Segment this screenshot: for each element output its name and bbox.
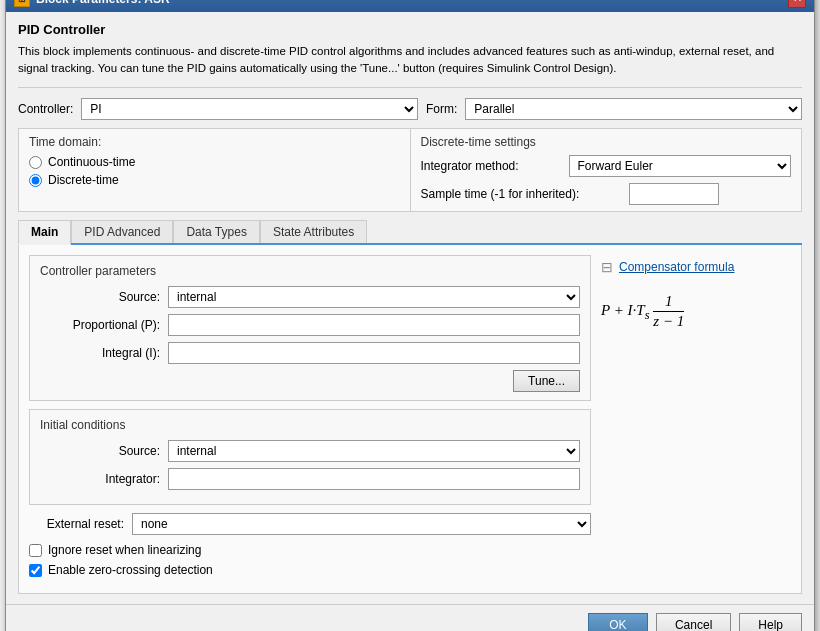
dialog-body: PID Controller This block implements con… bbox=[6, 12, 814, 605]
title-bar: ⊞ Block Parameters: ASR ✕ bbox=[6, 0, 814, 12]
ic-source-label: Source: bbox=[40, 444, 160, 458]
ext-reset-label: External reset: bbox=[29, 517, 124, 531]
description-text: This block implements continuous- and di… bbox=[18, 43, 802, 89]
continuous-radio[interactable] bbox=[29, 156, 42, 169]
section-title: PID Controller bbox=[18, 22, 802, 37]
discrete-radio[interactable] bbox=[29, 174, 42, 187]
formula-denominator: z − 1 bbox=[653, 313, 684, 330]
proportional-row: Proportional (P): 0.006 bbox=[40, 314, 580, 336]
formula-bar bbox=[653, 311, 684, 312]
ext-reset-select[interactable]: none rising falling either level bbox=[132, 513, 591, 535]
continuous-label: Continuous-time bbox=[48, 155, 135, 169]
source-row: Source: internal external bbox=[40, 286, 580, 308]
zero-crossing-checkbox[interactable] bbox=[29, 564, 42, 577]
right-col: Discrete-time settings Integrator method… bbox=[411, 128, 803, 212]
tune-button[interactable]: Tune... bbox=[513, 370, 580, 392]
controller-params-title: Controller parameters bbox=[40, 264, 580, 278]
compensator-row: ⊟ Compensator formula bbox=[601, 259, 734, 275]
title-text: Block Parameters: ASR bbox=[36, 0, 170, 6]
cancel-button[interactable]: Cancel bbox=[656, 613, 731, 631]
sample-time-row: Sample time (-1 for inherited): 0.0002 bbox=[421, 183, 792, 205]
integrator-label: Integrator: bbox=[40, 472, 160, 486]
title-bar-left: ⊞ Block Parameters: ASR bbox=[14, 0, 170, 7]
main-tab-left: Controller parameters Source: internal e… bbox=[29, 255, 591, 583]
integrator-method-label: Integrator method: bbox=[421, 159, 561, 173]
initial-conditions-box: Initial conditions Source: internal exte… bbox=[29, 409, 591, 505]
integrator-input[interactable]: 0 bbox=[168, 468, 580, 490]
tab-pid-advanced[interactable]: PID Advanced bbox=[71, 220, 173, 243]
title-icon: ⊞ bbox=[14, 0, 30, 7]
zero-crossing-checkbox-item[interactable]: Enable zero-crossing detection bbox=[29, 563, 591, 577]
form-label: Form: bbox=[426, 102, 457, 116]
tabs: Main PID Advanced Data Types State Attri… bbox=[18, 220, 802, 245]
tab-state-attributes[interactable]: State Attributes bbox=[260, 220, 367, 243]
integrator-row: Integrator: 0 bbox=[40, 468, 580, 490]
integral-label: Integral (I): bbox=[40, 346, 160, 360]
radio-group: Continuous-time Discrete-time bbox=[29, 155, 400, 187]
source-label: Source: bbox=[40, 290, 160, 304]
formula-container: P + I·Ts 1 z − 1 bbox=[601, 293, 684, 330]
time-domain-section: Time domain: Continuous-time Discrete-ti… bbox=[18, 128, 802, 212]
proportional-label: Proportional (P): bbox=[40, 318, 160, 332]
compensator-link[interactable]: Compensator formula bbox=[619, 260, 734, 274]
minus-icon[interactable]: ⊟ bbox=[601, 259, 613, 275]
tune-row: Tune... bbox=[40, 370, 580, 392]
integral-row: Integral (I): 0.003 bbox=[40, 342, 580, 364]
left-col: Time domain: Continuous-time Discrete-ti… bbox=[18, 128, 411, 212]
main-tab-right: ⊟ Compensator formula P + I·Ts 1 z − 1 bbox=[591, 255, 791, 583]
tab-content-main: Controller parameters Source: internal e… bbox=[18, 245, 802, 594]
close-button[interactable]: ✕ bbox=[788, 0, 806, 8]
zero-crossing-label: Enable zero-crossing detection bbox=[48, 563, 213, 577]
source-select[interactable]: internal external bbox=[168, 286, 580, 308]
formula-text: P + I·Ts 1 z − 1 bbox=[601, 293, 684, 330]
help-button[interactable]: Help bbox=[739, 613, 802, 631]
form-select[interactable]: Parallel Ideal bbox=[465, 98, 802, 120]
controller-select[interactable]: PI PID P PD bbox=[81, 98, 418, 120]
ignore-reset-checkbox[interactable] bbox=[29, 544, 42, 557]
sample-time-input[interactable]: 0.0002 bbox=[629, 183, 719, 205]
integrator-method-select[interactable]: Forward Euler Backward Euler Trapezoidal bbox=[569, 155, 792, 177]
discrete-label: Discrete-time bbox=[48, 173, 119, 187]
formula-numerator: 1 bbox=[665, 293, 673, 310]
discrete-radio-item[interactable]: Discrete-time bbox=[29, 173, 400, 187]
ignore-reset-label: Ignore reset when linearizing bbox=[48, 543, 201, 557]
tab-main[interactable]: Main bbox=[18, 220, 71, 245]
main-tab-inner: Controller parameters Source: internal e… bbox=[29, 255, 791, 583]
formula-fraction: 1 z − 1 bbox=[653, 293, 684, 330]
time-domain-label: Time domain: bbox=[29, 135, 400, 149]
controller-form-row: Controller: PI PID P PD Form: Parallel I… bbox=[18, 98, 802, 120]
initial-conditions-title: Initial conditions bbox=[40, 418, 580, 432]
tab-data-types[interactable]: Data Types bbox=[173, 220, 259, 243]
proportional-input[interactable]: 0.006 bbox=[168, 314, 580, 336]
ic-source-select[interactable]: internal external bbox=[168, 440, 580, 462]
controller-params-box: Controller parameters Source: internal e… bbox=[29, 255, 591, 401]
ok-button[interactable]: OK bbox=[588, 613, 648, 631]
dialog-window: ⊞ Block Parameters: ASR ✕ PID Controller… bbox=[5, 0, 815, 631]
ignore-reset-checkbox-item[interactable]: Ignore reset when linearizing bbox=[29, 543, 591, 557]
sample-time-label: Sample time (-1 for inherited): bbox=[421, 187, 621, 201]
ic-source-row: Source: internal external bbox=[40, 440, 580, 462]
continuous-radio-item[interactable]: Continuous-time bbox=[29, 155, 400, 169]
integrator-method-row: Integrator method: Forward Euler Backwar… bbox=[421, 155, 792, 177]
controller-label: Controller: bbox=[18, 102, 73, 116]
footer: OK Cancel Help bbox=[6, 604, 814, 631]
integral-input[interactable]: 0.003 bbox=[168, 342, 580, 364]
ext-reset-row: External reset: none rising falling eith… bbox=[29, 513, 591, 535]
discrete-settings-label: Discrete-time settings bbox=[421, 135, 792, 149]
